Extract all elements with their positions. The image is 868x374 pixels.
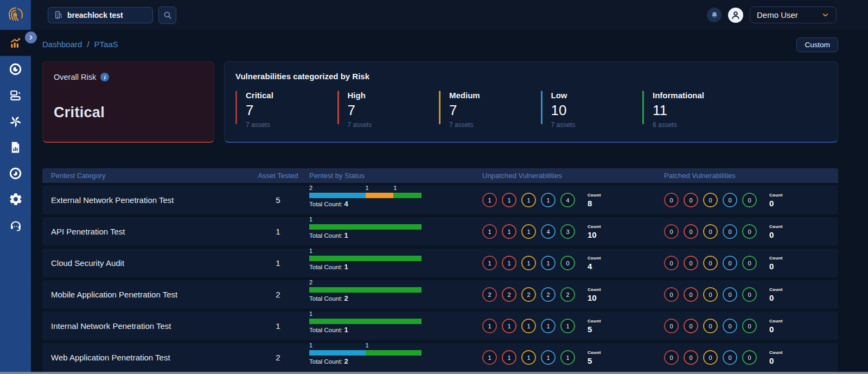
sidebar-item-support[interactable] bbox=[0, 212, 31, 238]
severity-color-bar bbox=[642, 91, 644, 124]
unpatched-severity-ring: 2 bbox=[502, 287, 516, 302]
table-row[interactable]: Internal Network Penetration Test11Total… bbox=[42, 312, 838, 340]
count-label: Count bbox=[588, 193, 601, 198]
patched-severity-ring: 0 bbox=[684, 193, 698, 207]
patched-severity-ring: 0 bbox=[664, 256, 679, 270]
pentest-status-cell: 1Total Count:1 bbox=[309, 319, 422, 334]
user-icon bbox=[730, 9, 742, 21]
col-patched-vulnerabilities: Patched Vulnerabilities bbox=[664, 172, 838, 180]
pentest-status-cell: 1Total Count:1 bbox=[309, 256, 422, 271]
patched-severity-ring: 0 bbox=[703, 256, 718, 270]
patched-severity-ring: 0 bbox=[723, 319, 737, 333]
col-asset-tested: Asset Tested bbox=[247, 172, 309, 180]
unpatched-count-block: Count5 bbox=[588, 319, 601, 334]
severity-assets: 6 assets bbox=[653, 121, 704, 129]
total-count-line: Total Count:1 bbox=[309, 263, 422, 271]
status-segment-green: 1 bbox=[309, 224, 422, 230]
patched-count-block: Count0 bbox=[769, 224, 783, 239]
asset-tested-cell: 2 bbox=[247, 290, 309, 299]
pentest-category-cell: Cloud Security Audit bbox=[51, 258, 247, 268]
search-icon bbox=[163, 10, 173, 20]
patched-vulnerabilities-cell: 00000Count0 bbox=[664, 287, 838, 302]
sidebar-item-assets[interactable] bbox=[0, 82, 31, 108]
severity-label: Low bbox=[551, 91, 576, 100]
patched-severity-ring: 0 bbox=[742, 256, 757, 270]
unpatched-severity-ring: 1 bbox=[482, 193, 497, 207]
table-row[interactable]: Cloud Security Audit11Total Count:111110… bbox=[42, 249, 838, 277]
status-segment-green: 1 bbox=[366, 350, 422, 356]
pentest-status-cell: 2Total Count:2 bbox=[309, 287, 422, 302]
main-content: Dashboard / PTaaS Custom Overall Risk i … bbox=[31, 30, 868, 374]
patched-severity-ring: 0 bbox=[742, 287, 757, 302]
pentest-category-cell: Web Application Penetration Test bbox=[51, 353, 247, 362]
overall-risk-card: Overall Risk i Critical bbox=[42, 61, 214, 143]
sidebar-expand-button[interactable] bbox=[25, 31, 37, 43]
patched-severity-ring: 0 bbox=[664, 193, 679, 207]
unpatched-severity-ring: 1 bbox=[560, 319, 575, 333]
unpatched-vulnerabilities-cell: 11114Count8 bbox=[482, 193, 664, 208]
sidebar-item-monitoring[interactable] bbox=[0, 160, 31, 186]
target-dot-icon bbox=[8, 166, 23, 181]
user-menu-dropdown[interactable]: Demo User bbox=[750, 7, 837, 23]
patched-count-block: Count0 bbox=[769, 193, 783, 208]
unpatched-severity-ring: 1 bbox=[541, 319, 556, 333]
user-avatar[interactable] bbox=[728, 8, 743, 23]
patched-severity-ring: 0 bbox=[723, 193, 737, 207]
severity-color-bar bbox=[235, 91, 237, 124]
patched-count-block: Count0 bbox=[769, 287, 783, 302]
sidebar-item-targets[interactable] bbox=[0, 56, 31, 82]
pentest-category-cell: Internal Network Penetration Test bbox=[51, 321, 247, 331]
unpatched-severity-ring: 1 bbox=[482, 224, 497, 239]
pentest-category-cell: External Network Penetration Test bbox=[51, 195, 247, 205]
fingerprint-logo-icon bbox=[6, 5, 25, 25]
patched-severity-ring: 0 bbox=[703, 319, 718, 333]
info-icon[interactable]: i bbox=[100, 73, 109, 81]
table-row[interactable]: Web Application Penetration Test211Total… bbox=[42, 343, 838, 372]
unpatched-severity-ring: 4 bbox=[560, 193, 575, 207]
table-header-row: Pentest Category Asset Tested Pentest by… bbox=[42, 168, 838, 183]
gear-icon bbox=[9, 192, 23, 206]
col-pentest-by-status: Pentest by Status bbox=[309, 172, 482, 180]
unpatched-vulnerabilities-cell: 11143Count10 bbox=[482, 224, 664, 239]
unpatched-severity-ring: 1 bbox=[541, 350, 556, 365]
patched-severity-ring: 0 bbox=[723, 224, 737, 239]
custom-button[interactable]: Custom bbox=[796, 37, 838, 52]
status-segment-value: 1 bbox=[393, 185, 397, 191]
table-row[interactable]: API Penetration Test11Total Count:111143… bbox=[42, 217, 838, 246]
table-row[interactable]: External Network Penetration Test5211Tot… bbox=[42, 186, 838, 214]
asset-tested-cell: 5 bbox=[247, 195, 309, 205]
sidebar-item-reports[interactable] bbox=[0, 134, 31, 160]
unpatched-vulnerabilities-cell: 11110Count4 bbox=[482, 256, 664, 271]
user-menu-label: Demo User bbox=[757, 10, 817, 20]
vuln-panel-title: Vulnerabilities categorized by Risk bbox=[235, 72, 827, 81]
sidebar-item-automation[interactable] bbox=[0, 108, 31, 134]
unpatched-severity-ring: 2 bbox=[541, 287, 556, 302]
notifications-button[interactable] bbox=[707, 8, 722, 22]
pentest-category-cell: Mobile Application Penetration Test bbox=[51, 290, 247, 299]
severity-summary-critical: Critical77 assets bbox=[235, 91, 337, 129]
status-segment-value: 2 bbox=[309, 185, 312, 191]
bell-icon bbox=[710, 11, 719, 20]
col-unpatched-vulnerabilities: Unpatched Vulnerabilities bbox=[482, 172, 664, 180]
status-segment-value: 2 bbox=[309, 279, 312, 286]
brand-logo[interactable] bbox=[0, 0, 31, 30]
patched-severity-ring: 0 bbox=[664, 350, 679, 365]
total-count-line: Total Count:2 bbox=[309, 357, 422, 365]
breadcrumb: Dashboard / PTaaS bbox=[42, 40, 118, 49]
search-button[interactable] bbox=[158, 7, 176, 24]
severity-label: Critical bbox=[246, 91, 273, 100]
company-search-input[interactable]: breachlock test bbox=[48, 7, 153, 23]
unpatched-severity-ring: 1 bbox=[541, 193, 556, 207]
unpatched-count-block: Count10 bbox=[588, 287, 601, 302]
count-label: Count bbox=[769, 256, 783, 261]
count-label: Count bbox=[769, 350, 783, 355]
severity-summary-high: High77 assets bbox=[337, 91, 439, 129]
table-row[interactable]: Mobile Application Penetration Test22Tot… bbox=[42, 280, 838, 309]
breadcrumb-ptaas[interactable]: PTaaS bbox=[94, 40, 118, 49]
status-segment-value: 1 bbox=[366, 185, 369, 191]
count-label: Count bbox=[588, 350, 601, 355]
sidebar-item-settings[interactable] bbox=[0, 186, 31, 212]
severity-color-bar bbox=[439, 91, 441, 124]
severity-assets: 7 assets bbox=[449, 121, 480, 129]
breadcrumb-dashboard[interactable]: Dashboard bbox=[42, 40, 82, 49]
